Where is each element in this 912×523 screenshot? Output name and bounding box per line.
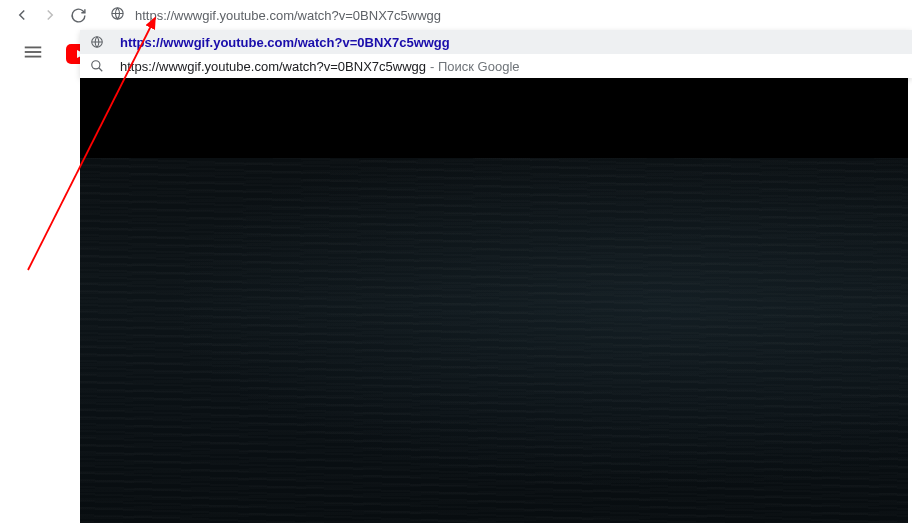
address-bar[interactable]: https://wwwgif.youtube.com/watch?v=0BNX7… xyxy=(100,2,904,28)
reload-button[interactable] xyxy=(64,1,92,29)
search-icon xyxy=(90,59,106,73)
suggestion-text: https://wwwgif.youtube.com/watch?v=0BNX7… xyxy=(120,35,450,50)
address-bar-url: https://wwwgif.youtube.com/watch?v=0BNX7… xyxy=(135,8,441,23)
suggestion-text: https://wwwgif.youtube.com/watch?v=0BNX7… xyxy=(120,59,426,74)
forward-button[interactable] xyxy=(36,1,64,29)
back-button[interactable] xyxy=(8,1,36,29)
hamburger-icon xyxy=(22,41,44,63)
globe-icon xyxy=(110,6,125,24)
svg-rect-3 xyxy=(25,56,42,58)
omnibox-suggestion[interactable]: https://wwwgif.youtube.com/watch?v=0BNX7… xyxy=(80,30,912,54)
menu-button[interactable] xyxy=(16,35,50,73)
omnibox-suggestion[interactable]: https://wwwgif.youtube.com/watch?v=0BNX7… xyxy=(80,54,912,78)
svg-rect-2 xyxy=(25,51,42,53)
arrow-left-icon xyxy=(13,6,31,24)
browser-toolbar: https://wwwgif.youtube.com/watch?v=0BNX7… xyxy=(0,0,912,30)
arrow-right-icon xyxy=(41,6,59,24)
omnibox-suggestions: https://wwwgif.youtube.com/watch?v=0BNX7… xyxy=(80,30,912,78)
video-player[interactable] xyxy=(80,78,908,523)
globe-icon xyxy=(90,35,106,49)
video-frame xyxy=(80,158,908,523)
suggestion-tail: - Поиск Google xyxy=(430,59,520,74)
svg-rect-1 xyxy=(25,47,42,49)
reload-icon xyxy=(70,7,87,24)
page-content xyxy=(0,30,912,523)
svg-line-8 xyxy=(99,68,103,72)
svg-point-7 xyxy=(92,61,100,69)
